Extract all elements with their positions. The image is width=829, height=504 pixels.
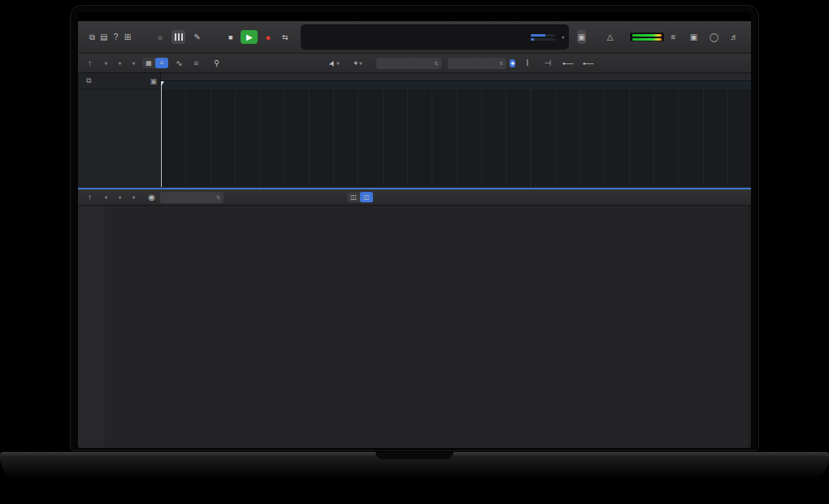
- list-view-icon[interactable]: ≡: [155, 58, 168, 68]
- pencil-icon[interactable]: ✎: [190, 30, 204, 44]
- arrange-area[interactable]: [161, 73, 751, 187]
- transport: ■ ▶ ● ⇆: [222, 30, 293, 44]
- lcd-chevron-icon[interactable]: ▾: [562, 34, 564, 40]
- browsers-icon[interactable]: ▣: [687, 30, 701, 44]
- secondary-tool[interactable]: +▾: [354, 59, 362, 67]
- track-alternatives-icon[interactable]: ⚲: [210, 56, 224, 70]
- snap-dropdown[interactable]: ⇅: [376, 58, 441, 69]
- tracks-window: ↑ ▾ ▾ ▾ ▦ ≡ ∿ ⌗ ⚲ ➤▾ +▾: [78, 54, 751, 188]
- display-mode-icon[interactable]: ▣: [577, 30, 586, 44]
- bar-ruler[interactable]: [161, 73, 751, 81]
- master-meter-right: [632, 38, 662, 41]
- waveform-zoom-icon[interactable]: ✦: [510, 59, 515, 67]
- recording-indicator-dot: [736, 15, 740, 20]
- mixer-menu-bar: ↑ ▾ ▾ ▾ ◉ ⇅ ◫ ◫: [78, 189, 751, 206]
- sends-dropdown[interactable]: ⇅: [160, 192, 224, 203]
- vertical-zoom-icon[interactable]: I: [520, 56, 534, 70]
- grid-view-icon[interactable]: ▦: [142, 58, 155, 68]
- header-options-icon[interactable]: ▣: [150, 77, 157, 85]
- duplicate-track-icon[interactable]: ⧉: [86, 76, 91, 85]
- add-tracks-icon[interactable]: ⊞: [124, 30, 132, 44]
- mixer-back-icon[interactable]: ↑: [83, 190, 97, 204]
- mixer-toggle-icon[interactable]: [171, 30, 185, 44]
- count-in-icon[interactable]: [594, 30, 603, 44]
- drag-dropdown[interactable]: ⇅: [448, 58, 506, 69]
- playhead[interactable]: [161, 81, 162, 187]
- mixer-scroll-edge[interactable]: [748, 206, 751, 448]
- media-browser-icon[interactable]: ♬: [727, 30, 741, 44]
- mixer-menu-view[interactable]: ▾: [131, 194, 135, 200]
- control-bar: ⧉ ▤ ? ⊞ ☼ ✎ ■ ▶ ● ⇆: [78, 21, 751, 54]
- connect-icon[interactable]: ▤: [100, 30, 109, 44]
- tracks-menu-edit[interactable]: ▾: [103, 60, 107, 66]
- laptop-base-notch: [375, 452, 454, 459]
- mixer-row-labels: [78, 206, 105, 448]
- cycle-button[interactable]: ⇆: [278, 31, 292, 43]
- play-button[interactable]: ▶: [241, 30, 258, 44]
- screen: ⧉ ▤ ? ⊞ ☼ ✎ ■ ▶ ● ⇆: [78, 12, 751, 448]
- narrow-channel-view-icon[interactable]: ◫: [347, 192, 360, 202]
- screenset-icon[interactable]: ⧉: [88, 30, 97, 44]
- lcd-display[interactable]: ▾: [301, 24, 569, 50]
- pointer-tool[interactable]: ➤▾: [329, 59, 339, 67]
- stop-button[interactable]: ■: [224, 31, 237, 43]
- master-meter-left: [632, 34, 662, 37]
- back-icon[interactable]: ↑: [83, 56, 97, 70]
- zoom-slider-v[interactable]: ⬩—: [561, 56, 575, 70]
- mixer-window: ↑ ▾ ▾ ▾ ◉ ⇅ ◫ ◫: [78, 188, 751, 448]
- master-level-meter: [629, 32, 665, 42]
- help-icon[interactable]: ?: [111, 30, 120, 44]
- record-button[interactable]: ●: [261, 31, 275, 43]
- fit-zoom-icon[interactable]: ⊣: [540, 56, 554, 70]
- tracks-menu-view[interactable]: ▾: [131, 60, 135, 66]
- dim-icon[interactable]: ☼: [153, 30, 167, 44]
- track-header-column: ⧉ ▣: [78, 73, 161, 187]
- tracks-menu-functions[interactable]: ▾: [117, 60, 121, 66]
- automation-icon[interactable]: ∿: [172, 56, 186, 70]
- beat-grid: [161, 73, 751, 187]
- power-icon[interactable]: ◉: [145, 190, 158, 204]
- mixer-menu-options[interactable]: ▾: [117, 194, 121, 200]
- laptop-base: [0, 452, 829, 480]
- list-editors-icon[interactable]: ≡: [666, 30, 680, 44]
- wide-channel-view-icon[interactable]: ◫: [360, 192, 373, 202]
- zoom-slider-h[interactable]: ⬩—: [581, 56, 595, 70]
- stage: ⧉ ▤ ? ⊞ ☼ ✎ ■ ▶ ● ⇆: [0, 0, 829, 504]
- laptop-bezel: ⧉ ▤ ? ⊞ ☼ ✎ ■ ▶ ● ⇆: [70, 5, 759, 451]
- loop-browser-icon[interactable]: ◯: [707, 30, 721, 44]
- tracks-menu-bar: ↑ ▾ ▾ ▾ ▦ ≡ ∿ ⌗ ⚲ ➤▾ +▾: [78, 54, 751, 73]
- marker-lane[interactable]: [161, 81, 751, 89]
- flex-icon[interactable]: ⌗: [189, 56, 203, 70]
- mixer-menu-edit[interactable]: ▾: [103, 194, 107, 200]
- metronome-icon[interactable]: △: [605, 30, 614, 44]
